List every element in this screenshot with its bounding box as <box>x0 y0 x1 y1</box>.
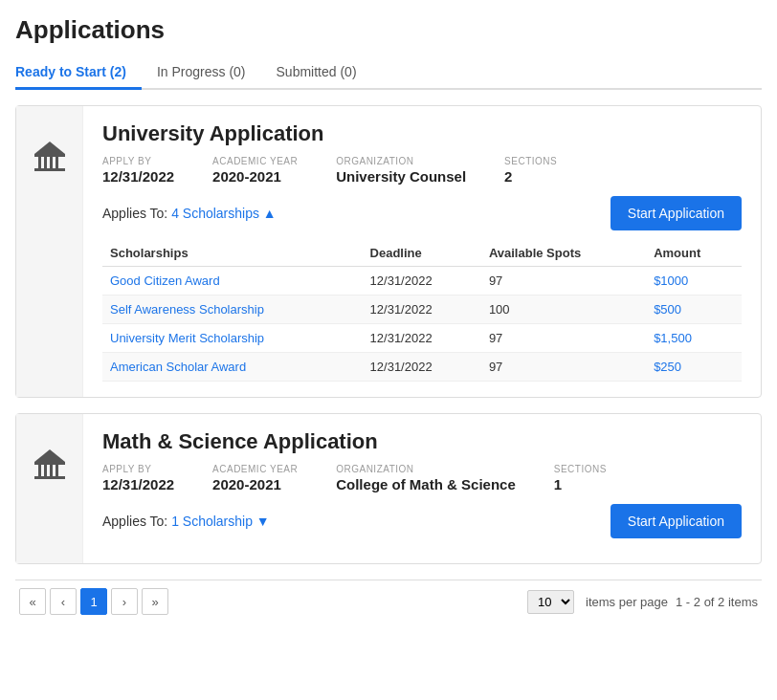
apply-by-label: APPLY BY <box>102 156 174 166</box>
academic-year-value-2: 2020-2021 <box>212 476 281 492</box>
scholarship-amount: $500 <box>646 295 742 324</box>
sections-label: SECTIONS <box>504 156 557 166</box>
svg-rect-1 <box>38 157 41 168</box>
tab-submitted[interactable]: Submitted (0) <box>277 56 372 90</box>
last-page-button[interactable]: » <box>142 588 168 615</box>
sections-math-science: SECTIONS 1 <box>554 464 607 492</box>
organization-math-science: ORGANIZATION College of Math & Science <box>336 464 516 492</box>
scholarship-deadline: 12/31/2022 <box>363 324 481 353</box>
apply-by-label-2: APPLY BY <box>102 464 174 474</box>
application-card-university: University Application APPLY BY 12/31/20… <box>15 105 762 398</box>
scholarship-spots: 97 <box>481 267 646 295</box>
tab-ready[interactable]: Ready to Start (2) <box>15 56 142 90</box>
col-scholarships: Scholarships <box>102 240 363 267</box>
start-application-button-university[interactable]: Start Application <box>610 196 742 230</box>
scholarship-link[interactable]: Self Awareness Scholarship <box>110 302 264 317</box>
scholarship-name: University Merit Scholarship <box>102 324 363 353</box>
scholarship-deadline: 12/31/2022 <box>363 353 481 382</box>
page-1-button[interactable]: 1 <box>80 588 107 615</box>
university-icon <box>31 137 69 183</box>
scholarship-link[interactable]: American Scholar Award <box>110 360 246 374</box>
tabs-bar: Ready to Start (2) In Progress (0) Submi… <box>15 56 762 90</box>
application-title-math-science: Math & Science Application <box>102 429 742 454</box>
applies-to-text: Applies To: 4 Scholarships ▲ <box>102 206 277 221</box>
applies-row-university: Applies To: 4 Scholarships ▲ Start Appli… <box>102 196 742 230</box>
organization-label: ORGANIZATION <box>336 156 466 166</box>
scholarship-name: Self Awareness Scholarship <box>102 295 363 324</box>
prev-page-button[interactable]: ‹ <box>50 588 77 615</box>
applies-to-link-2[interactable]: 1 Scholarship ▼ <box>171 514 270 529</box>
table-row: University Merit Scholarship 12/31/2022 … <box>102 324 742 353</box>
svg-rect-5 <box>34 168 65 171</box>
card-icon-area <box>16 106 83 397</box>
start-application-button-math-science[interactable]: Start Application <box>610 504 742 538</box>
table-row: American Scholar Award 12/31/2022 97 $25… <box>102 353 742 382</box>
svg-rect-3 <box>50 157 53 168</box>
page-controls: « ‹ 1 › » <box>19 588 168 615</box>
pagination-right: 10 25 50 items per page 1 - 2 of 2 items <box>520 590 758 614</box>
table-row: Good Citizen Award 12/31/2022 97 $1000 <box>102 267 742 295</box>
math-science-icon <box>31 445 69 491</box>
svg-rect-10 <box>50 465 53 476</box>
svg-rect-11 <box>56 465 58 476</box>
page-title: Applications <box>15 15 762 45</box>
meta-row-university: APPLY BY 12/31/2022 ACADEMIC YEAR 2020-2… <box>102 156 742 185</box>
academic-year-math-science: ACADEMIC YEAR 2020-2021 <box>212 464 298 492</box>
scholarship-spots: 97 <box>481 353 646 382</box>
applies-to-text-2: Applies To: 1 Scholarship ▼ <box>102 514 270 529</box>
svg-marker-13 <box>34 449 65 462</box>
organization-university: ORGANIZATION University Counsel <box>336 156 466 185</box>
svg-rect-12 <box>34 476 65 479</box>
scholarship-link[interactable]: Good Citizen Award <box>110 273 220 288</box>
application-title-university: University Application <box>102 121 742 146</box>
pagination: « ‹ 1 › » 10 25 50 items per page 1 - 2 … <box>15 580 762 623</box>
apply-by-value: 12/31/2022 <box>102 168 174 185</box>
scholarship-deadline: 12/31/2022 <box>363 295 481 324</box>
sections-value: 2 <box>504 168 512 185</box>
svg-rect-2 <box>44 157 47 168</box>
apply-by-university: APPLY BY 12/31/2022 <box>102 156 174 185</box>
svg-rect-4 <box>56 157 58 168</box>
scholarship-amount: $1,500 <box>646 324 742 353</box>
scholarship-deadline: 12/31/2022 <box>363 267 481 295</box>
apply-by-math-science: APPLY BY 12/31/2022 <box>102 464 174 492</box>
svg-rect-8 <box>38 465 41 476</box>
card-body-university: University Application APPLY BY 12/31/20… <box>83 106 761 397</box>
academic-year-university: ACADEMIC YEAR 2020-2021 <box>212 156 298 185</box>
academic-year-label-2: ACADEMIC YEAR <box>212 464 298 474</box>
meta-row-math-science: APPLY BY 12/31/2022 ACADEMIC YEAR 2020-2… <box>102 464 742 492</box>
scholarships-table-university: Scholarships Deadline Available Spots Am… <box>102 240 742 382</box>
card-body-math-science: Math & Science Application APPLY BY 12/3… <box>83 414 761 563</box>
academic-year-value: 2020-2021 <box>212 168 281 185</box>
svg-rect-0 <box>34 154 65 157</box>
scholarship-amount: $1000 <box>646 267 742 295</box>
col-spots: Available Spots <box>481 240 646 267</box>
scholarship-name: Good Citizen Award <box>102 267 363 295</box>
per-page-select[interactable]: 10 25 50 <box>527 590 574 614</box>
card-icon-area-2 <box>16 414 83 563</box>
next-page-button[interactable]: › <box>111 588 138 615</box>
per-page-label: items per page <box>586 595 668 609</box>
scholarship-spots: 97 <box>481 324 646 353</box>
svg-marker-6 <box>34 142 65 154</box>
scholarship-name: American Scholar Award <box>102 353 363 382</box>
scholarship-link[interactable]: University Merit Scholarship <box>110 331 264 345</box>
first-page-button[interactable]: « <box>19 588 46 615</box>
svg-rect-9 <box>44 465 47 476</box>
col-amount: Amount <box>646 240 742 267</box>
academic-year-label: ACADEMIC YEAR <box>212 156 298 166</box>
page-info: 1 - 2 of 2 items <box>676 595 758 609</box>
scholarship-amount: $250 <box>646 353 742 382</box>
svg-rect-7 <box>34 462 65 465</box>
sections-university: SECTIONS 2 <box>504 156 557 185</box>
application-card-math-science: Math & Science Application APPLY BY 12/3… <box>15 413 762 564</box>
applies-to-link[interactable]: 4 Scholarships ▲ <box>171 206 277 221</box>
organization-label-2: ORGANIZATION <box>336 464 516 474</box>
organization-value: University Counsel <box>336 168 466 185</box>
table-row: Self Awareness Scholarship 12/31/2022 10… <box>102 295 742 324</box>
apply-by-value-2: 12/31/2022 <box>102 476 174 492</box>
scholarship-spots: 100 <box>481 295 646 324</box>
sections-label-2: SECTIONS <box>554 464 607 474</box>
col-deadline: Deadline <box>363 240 481 267</box>
tab-inprogress[interactable]: In Progress (0) <box>157 56 261 90</box>
